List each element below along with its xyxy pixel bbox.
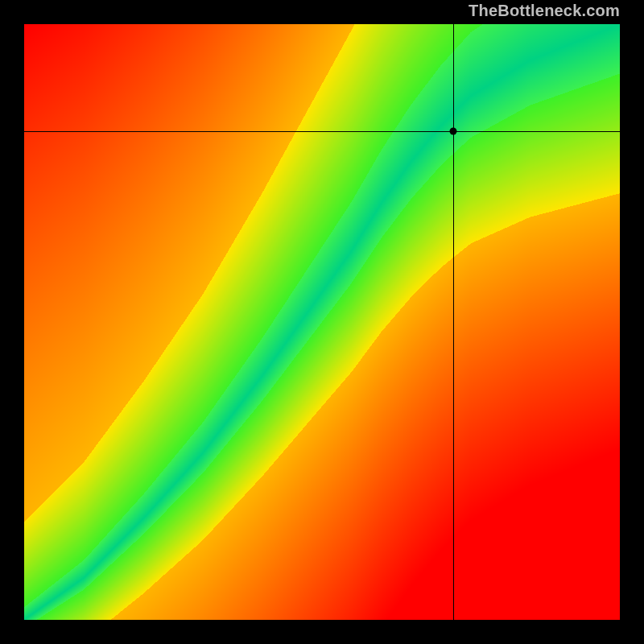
selection-marker[interactable] <box>449 128 456 135</box>
bottleneck-heatmap <box>24 24 620 620</box>
crosshair-vertical <box>453 24 454 620</box>
crosshair-horizontal <box>24 131 620 132</box>
attribution-text: TheBottleneck.com <box>469 2 620 20</box>
